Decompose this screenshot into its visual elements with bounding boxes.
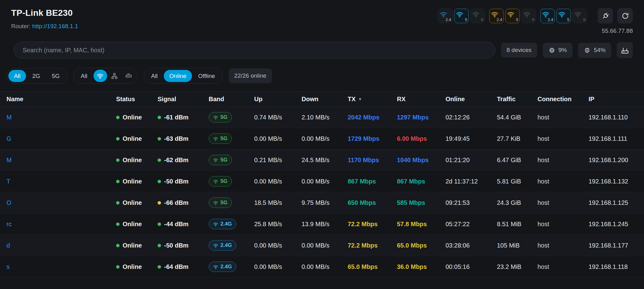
column-label: Down bbox=[302, 96, 318, 103]
memory-usage-badge: 54% bbox=[578, 43, 611, 58]
column-header-connection[interactable]: Connection bbox=[537, 96, 589, 103]
cell-down: 24.5 MB/s bbox=[302, 157, 348, 164]
column-label: Connection bbox=[537, 96, 572, 103]
wifi-icon bbox=[213, 179, 218, 184]
cell-down: 0.00 MB/s bbox=[302, 178, 348, 185]
status-text: Online bbox=[123, 221, 142, 228]
signal-text: -50 dBm bbox=[164, 242, 189, 249]
band-indicator-6ghz[interactable]: 6 bbox=[470, 9, 485, 23]
column-header-up[interactable]: Up bbox=[254, 96, 302, 103]
band-filter-5g[interactable]: 5G bbox=[46, 70, 65, 82]
cell-up: 0.00 MB/s bbox=[254, 263, 302, 270]
cell-status: Online bbox=[116, 178, 158, 185]
cell-down: 0.00 MB/s bbox=[302, 263, 348, 270]
cell-tx: 650 Mbps bbox=[348, 199, 397, 206]
device-name-link[interactable]: rc bbox=[7, 221, 12, 228]
cell-connection: host bbox=[537, 263, 589, 270]
title-block: TP-Link BE230 Router:http://192.168.1.1 bbox=[11, 8, 78, 30]
band-number: 6 bbox=[532, 17, 534, 22]
column-header-traffic[interactable]: Traffic bbox=[497, 96, 537, 103]
cell-signal: -50 dBm bbox=[158, 242, 209, 249]
band-indicator-5ghz[interactable]: 5 bbox=[454, 9, 469, 23]
band-indicator-5ghz[interactable]: 5 bbox=[556, 9, 571, 23]
cell-connection: host bbox=[537, 242, 589, 249]
band-indicator-2_4ghz[interactable]: 2.4 bbox=[438, 9, 453, 23]
cell-ip: 192.168.1.110 bbox=[589, 114, 633, 121]
band-indicator-6ghz[interactable]: 6 bbox=[572, 9, 587, 23]
column-header-band[interactable]: Band bbox=[209, 96, 254, 103]
status-filter-offline[interactable]: Offline bbox=[193, 70, 221, 82]
band-indicator-6ghz[interactable]: 6 bbox=[521, 9, 536, 23]
status-dot bbox=[116, 265, 120, 269]
cell-band: 5G bbox=[209, 133, 254, 144]
router-settings-button[interactable] bbox=[617, 42, 633, 58]
cell-down: 9.75 MB/s bbox=[302, 199, 348, 206]
band-indicator-2_4ghz[interactable]: 2.4 bbox=[489, 9, 504, 23]
band-badge: 5G bbox=[209, 197, 232, 208]
wifi-icon bbox=[213, 200, 218, 205]
cell-traffic: 5.81 GiB bbox=[497, 178, 537, 185]
device-name-link[interactable]: d bbox=[7, 242, 10, 249]
reboot-button[interactable] bbox=[617, 8, 633, 24]
column-header-down[interactable]: Down bbox=[302, 96, 348, 103]
signal-text: -61 dBm bbox=[164, 114, 189, 121]
wifi-icon bbox=[523, 11, 531, 18]
band-indicator-5ghz[interactable]: 5 bbox=[505, 9, 520, 23]
topbar-right: 2.4562.4562.456 55.66.77.88 bbox=[438, 8, 633, 34]
device-name-link[interactable]: M bbox=[7, 114, 12, 121]
band-group-2: 2.456 bbox=[489, 9, 536, 23]
band-indicator-2_4ghz[interactable]: 2.4 bbox=[540, 9, 555, 23]
band-filter-2g[interactable]: 2G bbox=[27, 70, 46, 82]
device-name-link[interactable]: M bbox=[7, 157, 12, 164]
band-label: 5G bbox=[220, 136, 228, 142]
device-name-link[interactable]: O bbox=[7, 199, 11, 206]
status-filter-all[interactable]: All bbox=[146, 70, 163, 82]
cell-up: 25.8 MB/s bbox=[254, 221, 302, 228]
search-row: 8 devices 9% 54% bbox=[0, 34, 644, 58]
router-label: Router: bbox=[11, 23, 30, 29]
router-link[interactable]: http://192.168.1.1 bbox=[32, 23, 78, 29]
status-dot bbox=[116, 201, 120, 205]
cpu-usage-value: 9% bbox=[559, 47, 567, 54]
device-name-link[interactable]: G bbox=[7, 135, 11, 142]
cell-name: O bbox=[7, 199, 116, 206]
cell-band: 5G bbox=[209, 197, 254, 208]
cell-status: Online bbox=[116, 114, 158, 121]
cell-signal: -44 dBm bbox=[158, 221, 209, 228]
device-name-link[interactable]: T bbox=[7, 178, 10, 185]
band-filter-all[interactable]: All bbox=[8, 70, 26, 82]
column-header-name[interactable]: Name bbox=[7, 96, 116, 103]
signal-text: -50 dBm bbox=[164, 178, 189, 185]
band-status-bar: 2.4562.4562.456 bbox=[438, 8, 633, 24]
type-filter-all[interactable]: All bbox=[75, 70, 93, 82]
cell-status: Online bbox=[116, 199, 158, 206]
column-header-rx[interactable]: RX bbox=[397, 96, 446, 103]
cell-ip: 192.168.1.111 bbox=[589, 135, 633, 142]
column-header-ip[interactable]: IP bbox=[589, 96, 633, 103]
status-filter-online[interactable]: Online bbox=[164, 70, 192, 82]
devices-count-badge: 8 devices bbox=[501, 43, 537, 58]
column-header-online[interactable]: Online bbox=[446, 96, 497, 103]
column-header-status[interactable]: Status bbox=[116, 96, 158, 103]
cell-name: rc bbox=[7, 221, 116, 228]
cell-rx: 36.0 Mbps bbox=[397, 263, 446, 270]
cell-down: 13.9 MB/s bbox=[302, 221, 348, 228]
cell-band: 5G bbox=[209, 112, 254, 123]
device-name-link[interactable]: s bbox=[7, 263, 10, 270]
band-filter-group: All 2G 5G bbox=[7, 68, 67, 84]
wifi-icon bbox=[97, 72, 104, 80]
band-badge: 5G bbox=[209, 112, 232, 123]
cell-tx: 867 Mbps bbox=[348, 178, 397, 185]
type-filter-switch[interactable] bbox=[122, 70, 136, 82]
cell-status: Online bbox=[116, 263, 158, 270]
wifi-icon bbox=[558, 11, 566, 18]
search-input[interactable] bbox=[14, 42, 495, 58]
cell-connection: host bbox=[537, 135, 589, 142]
column-header-tx[interactable]: TX▼ bbox=[348, 96, 397, 103]
band-label: 2.4G bbox=[220, 242, 232, 248]
type-filter-wifi[interactable] bbox=[94, 70, 107, 82]
device-row: MOnline-62 dBm5G0.21 MB/s24.5 MB/s1170 M… bbox=[0, 149, 644, 171]
column-header-signal[interactable]: Signal bbox=[158, 96, 209, 103]
type-filter-lan[interactable] bbox=[108, 70, 121, 82]
reconnect-button[interactable] bbox=[598, 8, 613, 24]
